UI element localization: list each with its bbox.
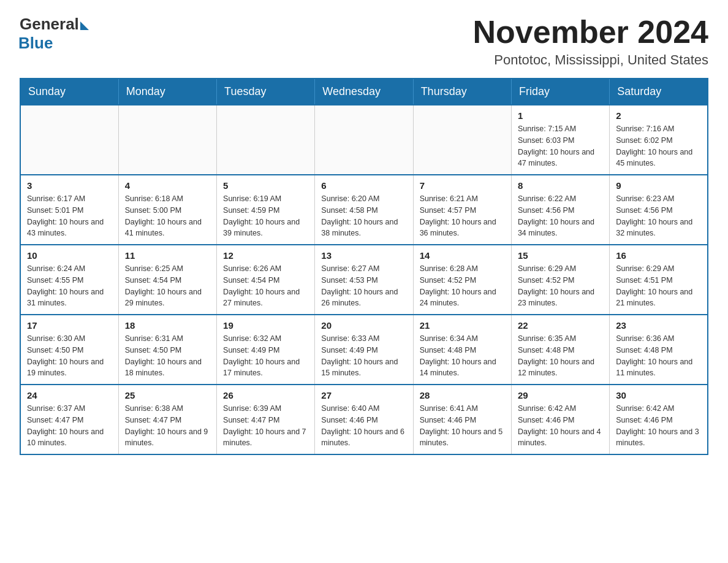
day-number: 22 — [518, 320, 603, 331]
weekday-header-thursday: Thursday — [413, 79, 511, 105]
calendar-cell: 28Sunrise: 6:41 AMSunset: 4:46 PMDayligh… — [413, 385, 511, 454]
calendar-cell: 21Sunrise: 6:34 AMSunset: 4:48 PMDayligh… — [413, 315, 511, 385]
day-info: Sunrise: 6:24 AMSunset: 4:55 PMDaylight:… — [27, 263, 112, 309]
day-number: 7 — [420, 180, 505, 191]
day-info: Sunrise: 6:19 AMSunset: 4:59 PMDaylight:… — [223, 193, 308, 239]
day-number: 11 — [125, 250, 210, 261]
calendar-cell: 6Sunrise: 6:20 AMSunset: 4:58 PMDaylight… — [315, 175, 413, 245]
calendar-cell: 22Sunrise: 6:35 AMSunset: 4:48 PMDayligh… — [511, 315, 609, 385]
calendar-week-2: 3Sunrise: 6:17 AMSunset: 5:01 PMDaylight… — [20, 175, 708, 245]
weekday-header-wednesday: Wednesday — [315, 79, 413, 105]
weekday-header-monday: Monday — [118, 79, 216, 105]
day-info: Sunrise: 6:32 AMSunset: 4:49 PMDaylight:… — [223, 333, 308, 379]
day-number: 14 — [420, 250, 505, 261]
day-info: Sunrise: 6:40 AMSunset: 4:46 PMDaylight:… — [321, 403, 406, 449]
day-info: Sunrise: 6:38 AMSunset: 4:47 PMDaylight:… — [125, 403, 210, 449]
day-number: 2 — [616, 110, 701, 121]
calendar-body: 1Sunrise: 7:15 AMSunset: 6:03 PMDaylight… — [20, 105, 708, 454]
logo-blue-text: Blue — [18, 34, 53, 53]
day-number: 20 — [321, 320, 406, 331]
day-info: Sunrise: 6:39 AMSunset: 4:47 PMDaylight:… — [223, 403, 308, 449]
month-title: November 2024 — [473, 15, 708, 50]
day-info: Sunrise: 6:42 AMSunset: 4:46 PMDaylight:… — [616, 403, 701, 449]
weekday-header-saturday: Saturday — [610, 79, 708, 105]
calendar-cell: 19Sunrise: 6:32 AMSunset: 4:49 PMDayligh… — [217, 315, 315, 385]
day-info: Sunrise: 6:29 AMSunset: 4:52 PMDaylight:… — [518, 263, 603, 309]
calendar-week-5: 24Sunrise: 6:37 AMSunset: 4:47 PMDayligh… — [20, 385, 708, 454]
day-number: 26 — [223, 390, 308, 400]
calendar-cell: 23Sunrise: 6:36 AMSunset: 4:48 PMDayligh… — [610, 315, 708, 385]
day-info: Sunrise: 6:18 AMSunset: 5:00 PMDaylight:… — [125, 193, 210, 239]
day-number: 13 — [321, 250, 406, 261]
calendar-cell: 7Sunrise: 6:21 AMSunset: 4:57 PMDaylight… — [413, 175, 511, 245]
day-info: Sunrise: 6:36 AMSunset: 4:48 PMDaylight:… — [616, 333, 701, 379]
day-info: Sunrise: 6:35 AMSunset: 4:48 PMDaylight:… — [518, 333, 603, 379]
calendar-cell: 3Sunrise: 6:17 AMSunset: 5:01 PMDaylight… — [20, 175, 118, 245]
day-number: 12 — [223, 250, 308, 261]
location-text: Pontotoc, Mississippi, United States — [473, 52, 708, 68]
calendar-cell: 18Sunrise: 6:31 AMSunset: 4:50 PMDayligh… — [118, 315, 216, 385]
day-number: 18 — [125, 320, 210, 331]
day-info: Sunrise: 6:34 AMSunset: 4:48 PMDaylight:… — [420, 333, 505, 379]
day-info: Sunrise: 6:20 AMSunset: 4:58 PMDaylight:… — [321, 193, 406, 239]
calendar-cell: 26Sunrise: 6:39 AMSunset: 4:47 PMDayligh… — [217, 385, 315, 454]
calendar-cell: 27Sunrise: 6:40 AMSunset: 4:46 PMDayligh… — [315, 385, 413, 454]
calendar-header: SundayMondayTuesdayWednesdayThursdayFrid… — [20, 79, 708, 105]
day-info: Sunrise: 6:28 AMSunset: 4:52 PMDaylight:… — [420, 263, 505, 309]
day-number: 21 — [420, 320, 505, 331]
day-info: Sunrise: 6:17 AMSunset: 5:01 PMDaylight:… — [27, 193, 112, 239]
calendar-cell: 12Sunrise: 6:26 AMSunset: 4:54 PMDayligh… — [217, 245, 315, 315]
calendar-week-4: 17Sunrise: 6:30 AMSunset: 4:50 PMDayligh… — [20, 315, 708, 385]
day-number: 8 — [518, 180, 603, 191]
calendar-cell: 1Sunrise: 7:15 AMSunset: 6:03 PMDaylight… — [511, 105, 609, 175]
day-number: 9 — [616, 180, 701, 191]
calendar-cell: 10Sunrise: 6:24 AMSunset: 4:55 PMDayligh… — [20, 245, 118, 315]
day-number: 28 — [420, 390, 505, 400]
day-info: Sunrise: 6:29 AMSunset: 4:51 PMDaylight:… — [616, 263, 701, 309]
day-number: 23 — [616, 320, 701, 331]
title-section: November 2024 Pontotoc, Mississippi, Uni… — [473, 15, 708, 68]
day-info: Sunrise: 6:26 AMSunset: 4:54 PMDaylight:… — [223, 263, 308, 309]
calendar-cell: 9Sunrise: 6:23 AMSunset: 4:56 PMDaylight… — [610, 175, 708, 245]
calendar-cell: 15Sunrise: 6:29 AMSunset: 4:52 PMDayligh… — [511, 245, 609, 315]
calendar-cell — [217, 105, 315, 175]
page-header: General Blue November 2024 Pontotoc, Mis… — [20, 15, 708, 68]
calendar-cell: 14Sunrise: 6:28 AMSunset: 4:52 PMDayligh… — [413, 245, 511, 315]
day-number: 17 — [27, 320, 112, 331]
calendar-cell: 5Sunrise: 6:19 AMSunset: 4:59 PMDaylight… — [217, 175, 315, 245]
calendar-week-1: 1Sunrise: 7:15 AMSunset: 6:03 PMDaylight… — [20, 105, 708, 175]
day-number: 4 — [125, 180, 210, 191]
day-number: 3 — [27, 180, 112, 191]
day-number: 27 — [321, 390, 406, 400]
day-info: Sunrise: 6:21 AMSunset: 4:57 PMDaylight:… — [420, 193, 505, 239]
day-number: 19 — [223, 320, 308, 331]
calendar-cell: 25Sunrise: 6:38 AMSunset: 4:47 PMDayligh… — [118, 385, 216, 454]
day-number: 15 — [518, 250, 603, 261]
day-number: 25 — [125, 390, 210, 400]
day-info: Sunrise: 7:15 AMSunset: 6:03 PMDaylight:… — [518, 123, 603, 169]
calendar-cell: 11Sunrise: 6:25 AMSunset: 4:54 PMDayligh… — [118, 245, 216, 315]
day-number: 10 — [27, 250, 112, 261]
day-info: Sunrise: 6:27 AMSunset: 4:53 PMDaylight:… — [321, 263, 406, 309]
day-number: 6 — [321, 180, 406, 191]
weekday-header-row: SundayMondayTuesdayWednesdayThursdayFrid… — [20, 79, 708, 105]
day-number: 30 — [616, 390, 701, 400]
day-info: Sunrise: 6:22 AMSunset: 4:56 PMDaylight:… — [518, 193, 603, 239]
day-info: Sunrise: 7:16 AMSunset: 6:02 PMDaylight:… — [616, 123, 701, 169]
logo: General Blue — [20, 15, 89, 53]
calendar-cell: 8Sunrise: 6:22 AMSunset: 4:56 PMDaylight… — [511, 175, 609, 245]
calendar-table: SundayMondayTuesdayWednesdayThursdayFrid… — [20, 78, 708, 455]
day-info: Sunrise: 6:33 AMSunset: 4:49 PMDaylight:… — [321, 333, 406, 379]
day-number: 5 — [223, 180, 308, 191]
calendar-cell: 20Sunrise: 6:33 AMSunset: 4:49 PMDayligh… — [315, 315, 413, 385]
day-info: Sunrise: 6:31 AMSunset: 4:50 PMDaylight:… — [125, 333, 210, 379]
day-info: Sunrise: 6:42 AMSunset: 4:46 PMDaylight:… — [518, 403, 603, 449]
day-number: 29 — [518, 390, 603, 400]
weekday-header-friday: Friday — [511, 79, 609, 105]
day-number: 16 — [616, 250, 701, 261]
calendar-cell — [20, 105, 118, 175]
calendar-cell: 29Sunrise: 6:42 AMSunset: 4:46 PMDayligh… — [511, 385, 609, 454]
calendar-cell: 24Sunrise: 6:37 AMSunset: 4:47 PMDayligh… — [20, 385, 118, 454]
day-number: 24 — [27, 390, 112, 400]
calendar-cell: 17Sunrise: 6:30 AMSunset: 4:50 PMDayligh… — [20, 315, 118, 385]
